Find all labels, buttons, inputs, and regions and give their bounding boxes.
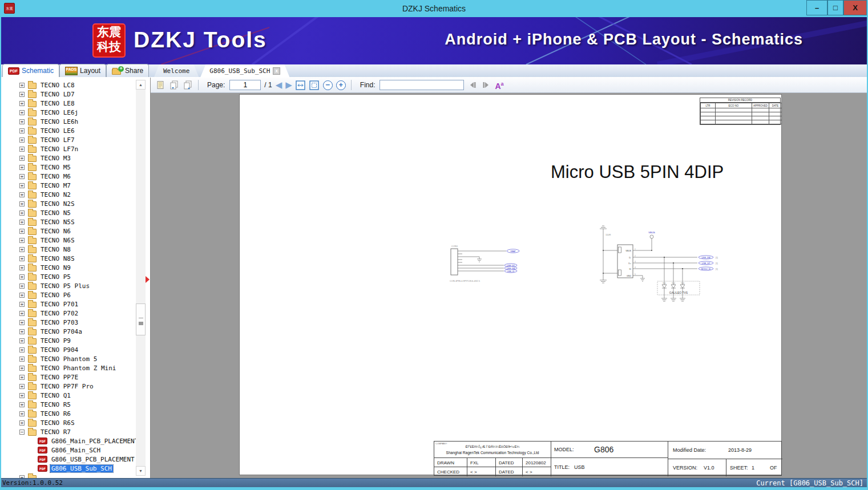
tree-item-file[interactable]: PDFG806_USB_Sub_SCH bbox=[1, 464, 136, 473]
tree-item-folder[interactable]: +TECNO P702 bbox=[1, 309, 136, 318]
tree-item-folder[interactable]: +TECNO LD7 bbox=[1, 90, 136, 99]
tree-item-folder[interactable]: +TECNO N5S bbox=[1, 217, 136, 226]
tree-item-folder[interactable]: +TECNO PP7E bbox=[1, 372, 136, 382]
tree-expander-icon[interactable]: + bbox=[19, 265, 25, 270]
match-case-icon[interactable]: Aa bbox=[495, 80, 503, 90]
tree-expander-icon[interactable]: + bbox=[19, 338, 25, 343]
tree-expander-icon[interactable]: + bbox=[19, 101, 25, 106]
tree-expander-icon[interactable]: + bbox=[19, 147, 25, 152]
find-previous-icon[interactable] bbox=[467, 80, 478, 90]
tree-item-folder[interactable]: +TECNO LE6h bbox=[1, 117, 136, 126]
tree-expander-icon[interactable]: + bbox=[19, 347, 25, 353]
tree-expander-icon[interactable]: + bbox=[19, 192, 25, 197]
fit-page-icon[interactable] bbox=[309, 80, 320, 90]
tree-item-folder[interactable]: +TECNO Phantom 5 bbox=[1, 354, 136, 363]
tree-item-file[interactable]: PDFG806_Main_SCH bbox=[1, 446, 136, 455]
fit-width-icon[interactable] bbox=[296, 80, 306, 90]
tree-expander-icon[interactable]: + bbox=[19, 393, 25, 398]
tree-expander-icon[interactable]: + bbox=[19, 357, 25, 362]
tree-expander-icon[interactable]: + bbox=[19, 293, 25, 298]
tree-item-folder[interactable]: +TECNO P5 Plus bbox=[1, 281, 136, 290]
tree-item-folder[interactable]: +TECNO N6S bbox=[1, 236, 136, 245]
tree-item-folder[interactable]: + bbox=[1, 473, 136, 478]
tab-share[interactable]: + Share bbox=[106, 64, 149, 77]
page-curl-right-icon[interactable] bbox=[183, 80, 193, 90]
tree-item-file[interactable]: PDFG806_Main_PCB_PLACEMENT bbox=[1, 436, 136, 446]
tree-item-folder[interactable]: +TECNO N5 bbox=[1, 208, 136, 217]
splitter-collapse-icon[interactable] bbox=[146, 276, 150, 283]
tree-item-folder[interactable]: +TECNO M6 bbox=[1, 172, 136, 181]
tree-item-folder[interactable]: +TECNO R6S bbox=[1, 418, 136, 427]
scroll-down-icon[interactable]: ▼ bbox=[136, 466, 146, 476]
tree-item-folder[interactable]: +TECNO M7 bbox=[1, 181, 136, 190]
doc-tab-welcome[interactable]: Welcome bbox=[154, 64, 199, 77]
minimize-button[interactable]: – bbox=[806, 0, 827, 15]
tree-item-folder[interactable]: +TECNO N9 bbox=[1, 263, 136, 272]
tree-expander-icon[interactable]: + bbox=[19, 210, 25, 216]
find-input[interactable] bbox=[380, 80, 464, 90]
tree-expander-icon[interactable]: + bbox=[19, 302, 25, 307]
tree-item-folder[interactable]: +TECNO LE6 bbox=[1, 126, 136, 135]
tree-expander-icon[interactable]: + bbox=[19, 201, 25, 206]
tree-item-folder[interactable]: +TECNO M3 bbox=[1, 153, 136, 163]
tree-scrollbar[interactable]: ▲ ▼ bbox=[136, 80, 146, 476]
tree-expander-icon[interactable]: + bbox=[19, 284, 25, 289]
tab-schematic[interactable]: PDF Schematic bbox=[2, 64, 59, 77]
tree-expander-icon[interactable]: + bbox=[19, 220, 25, 225]
tree-item-folder[interactable]: +TECNO P704a bbox=[1, 327, 136, 336]
tree-expander-icon[interactable]: + bbox=[19, 83, 25, 88]
tree-expander-icon[interactable]: + bbox=[19, 110, 25, 115]
tree-expander-icon[interactable]: + bbox=[19, 156, 25, 161]
close-button[interactable]: X bbox=[843, 0, 867, 15]
tree-item-folder[interactable]: +TECNO Phantom Z Mini bbox=[1, 363, 136, 372]
tree-expander-icon[interactable]: + bbox=[19, 420, 25, 426]
maximize-button[interactable]: □ bbox=[827, 0, 843, 15]
tree-expander-icon[interactable]: − bbox=[19, 430, 25, 435]
tree-item-folder[interactable]: +TECNO N8 bbox=[1, 245, 136, 254]
tree-expander-icon[interactable]: + bbox=[19, 174, 25, 179]
tree-item-folder[interactable]: +TECNO N2S bbox=[1, 199, 136, 208]
tree-expander-icon[interactable]: + bbox=[19, 92, 25, 97]
tree-expander-icon[interactable]: + bbox=[19, 128, 25, 133]
scroll-thumb[interactable] bbox=[136, 303, 146, 335]
tree-item-folder[interactable]: +TECNO LE6j bbox=[1, 108, 136, 117]
tree-item-folder[interactable]: +TECNO P904 bbox=[1, 345, 136, 354]
tree-item-folder[interactable]: +TECNO P9 bbox=[1, 336, 136, 345]
scroll-up-icon[interactable]: ▲ bbox=[136, 80, 146, 90]
tree-item-folder[interactable]: +TECNO Q1 bbox=[1, 391, 136, 400]
tree-expander-icon[interactable]: + bbox=[19, 375, 25, 380]
tree-expander-icon[interactable]: + bbox=[19, 165, 25, 170]
tree-item-folder[interactable]: +TECNO LC8 bbox=[1, 80, 136, 90]
tree-item-folder[interactable]: +TECNO N2 bbox=[1, 190, 136, 199]
tree-item-folder[interactable]: +TECNO P703 bbox=[1, 318, 136, 327]
tree-item-folder[interactable]: +TECNO PP7F Pro bbox=[1, 382, 136, 391]
tree-item-file[interactable]: PDFG806_USB_PCB_PLACEMENT bbox=[1, 455, 136, 464]
tree-expander-icon[interactable]: + bbox=[19, 384, 25, 389]
tab-layout[interactable]: PADS Layout bbox=[59, 64, 106, 77]
tree-expander-icon[interactable]: + bbox=[19, 411, 25, 416]
tree-expander-icon[interactable]: + bbox=[19, 366, 25, 371]
find-next-icon[interactable] bbox=[481, 80, 491, 90]
tree-expander-icon[interactable]: + bbox=[19, 329, 25, 334]
tree-item-folder[interactable]: +TECNO P701 bbox=[1, 299, 136, 309]
copy-page-icon[interactable] bbox=[155, 80, 165, 90]
tree-expander-icon[interactable]: + bbox=[19, 238, 25, 243]
zoom-in-icon[interactable]: + bbox=[336, 80, 346, 90]
tree-item-folder[interactable]: +TECNO LF7n bbox=[1, 144, 136, 153]
tree-item-folder[interactable]: +TECNO LE8 bbox=[1, 99, 136, 108]
tree-expander-icon[interactable]: + bbox=[19, 274, 25, 280]
tree-item-folder[interactable]: +TECNO P5 bbox=[1, 272, 136, 281]
tree-item-folder[interactable]: +TECNO N6 bbox=[1, 226, 136, 236]
tree-item-folder[interactable]: +TECNO R6 bbox=[1, 409, 136, 418]
tree-expander-icon[interactable]: + bbox=[19, 402, 25, 407]
tree-item-folder[interactable]: +TECNO M5 bbox=[1, 163, 136, 172]
tree-expander-icon[interactable]: + bbox=[19, 119, 25, 124]
tree-item-folder[interactable]: −TECNO R7 bbox=[1, 427, 136, 436]
tree-item-folder[interactable]: +TECNO LF7 bbox=[1, 135, 136, 144]
tree-item-folder[interactable]: +TECNO N8S bbox=[1, 254, 136, 263]
next-page-icon[interactable]: ▶ bbox=[285, 80, 292, 90]
page-curl-left-icon[interactable] bbox=[169, 80, 179, 90]
page-input[interactable] bbox=[229, 80, 261, 90]
tree-expander-icon[interactable]: + bbox=[19, 229, 25, 234]
doc-tab-g806-usb-sub-sch[interactable]: G806_USB_Sub_SCH x bbox=[200, 64, 289, 77]
